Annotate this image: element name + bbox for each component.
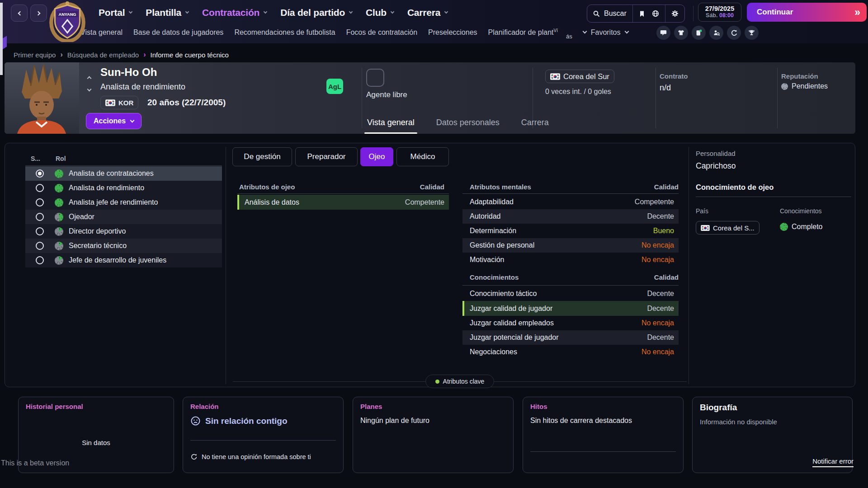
subnav-base-de-datos[interactable]: Base de datos de jugadores <box>133 28 223 37</box>
radio-icon[interactable] <box>36 198 44 206</box>
overview-panel: S... Rol Analista de contrataciones Anal… <box>5 143 855 387</box>
milestones-card: Hitos Sin hitos de carrera destacados <box>523 397 684 473</box>
attribute-row[interactable]: AutoridadDecente <box>462 209 679 224</box>
attribute-row[interactable]: AdaptabilidadCompetente <box>462 195 679 209</box>
role-row[interactable]: Analista de rendimiento <box>25 181 222 195</box>
attribute-row[interactable]: NegociacionesNo encaja <box>462 345 679 359</box>
key-attributes-legend: Atributos clave <box>425 375 494 388</box>
subnav-planificador[interactable]: Planificador de plantVí <box>488 28 558 37</box>
relationship-card: Relación Sin relación contigo No tiene u… <box>183 397 344 473</box>
divider <box>226 147 226 384</box>
forward-button[interactable] <box>30 5 47 22</box>
squad-button[interactable] <box>674 26 688 40</box>
shortcut-icons <box>633 5 665 22</box>
chevron-down-icon <box>129 10 132 14</box>
radio-icon[interactable] <box>36 184 44 192</box>
favorites-dropdown[interactable]: Favoritos <box>583 28 628 37</box>
divider <box>656 68 656 128</box>
category-preparador[interactable]: Preparador <box>295 147 358 166</box>
role-row[interactable]: Jefe de desarrollo de juveniles <box>25 253 222 267</box>
menu-portal[interactable]: Portal <box>99 7 132 18</box>
radio-icon[interactable] <box>36 213 44 221</box>
role-competence-pie-icon <box>55 227 63 236</box>
role-row[interactable]: Director deportivo <box>25 224 222 239</box>
radio-selected-icon[interactable] <box>36 169 44 178</box>
breadcrumb-busqueda[interactable]: Búsqueda de empleado <box>67 51 139 59</box>
radio-icon[interactable] <box>36 256 44 264</box>
search-button[interactable]: Buscar <box>587 5 633 22</box>
role-row[interactable]: Analista de contrataciones <box>25 166 222 181</box>
divider <box>362 68 362 128</box>
subnav-preselecciones[interactable]: Preselecciones <box>428 28 477 37</box>
category-medico[interactable]: Médico <box>396 147 449 166</box>
main-menu: Portal Plantilla Contratación Día del pa… <box>99 7 448 18</box>
radio-icon[interactable] <box>36 242 44 250</box>
category-de-gestion[interactable]: De gestión <box>232 147 292 166</box>
subnav-focos[interactable]: Focos de contratación <box>346 28 417 37</box>
scout-knowledge-header: Conocimiento de ojeo <box>696 183 774 192</box>
category-ojeo[interactable]: Ojeo <box>360 147 393 166</box>
messages-button[interactable] <box>656 26 670 40</box>
role-row[interactable]: Secretario técnico <box>25 239 222 253</box>
attribute-row[interactable]: MotivaciónNo encaja <box>462 253 679 267</box>
attribute-row[interactable]: Juzgar calidad de jugadorDecente <box>462 301 679 316</box>
divider <box>237 193 449 194</box>
card-title: Relación <box>190 403 336 410</box>
inbox-button[interactable] <box>692 26 706 40</box>
double-chevron-icon: » <box>854 6 859 19</box>
menu-contratacion[interactable]: Contratación <box>202 7 267 18</box>
plans-card: Planes Ningún plan de futuro <box>353 397 514 473</box>
card-title: Hitos <box>530 403 676 410</box>
club-badge[interactable]: ANYANG <box>46 0 89 42</box>
tab-datos-personales[interactable]: Datos personales <box>434 111 502 134</box>
free-agent-checkbox[interactable] <box>366 69 384 87</box>
back-button[interactable] <box>11 5 28 22</box>
chevron-down-icon <box>264 10 267 14</box>
tab-carrera[interactable]: Carrera <box>519 111 552 134</box>
subnav-mas-fragment: ás <box>566 33 572 40</box>
bookmark-button[interactable] <box>639 10 645 17</box>
menu-plantilla[interactable]: Plantilla <box>146 7 189 18</box>
attribute-row[interactable]: Gestión de personalNo encaja <box>462 238 679 253</box>
continue-button[interactable]: Continuar » <box>747 3 867 22</box>
staff-portrait <box>5 62 79 134</box>
menu-club[interactable]: Club <box>366 7 394 18</box>
competitions-button[interactable] <box>745 26 759 40</box>
divider <box>689 147 689 384</box>
chevron-down-icon <box>624 29 629 34</box>
sync-button[interactable] <box>727 26 741 40</box>
country-chip[interactable]: Corea del S... <box>696 221 760 235</box>
date-display[interactable]: 27/9/2025 Sáb. 08:00 <box>698 3 741 22</box>
attribute-row[interactable]: DeterminaciónBueno <box>462 224 679 238</box>
card-title: Planes <box>360 403 506 410</box>
role-competence-pie-icon <box>55 198 63 207</box>
world-button[interactable] <box>652 10 659 17</box>
menu-carrera[interactable]: Carrera <box>407 7 448 18</box>
previous-person-button[interactable] <box>84 73 94 81</box>
subnav-recomendaciones[interactable]: Recomendaciones de futbolista <box>234 28 335 37</box>
empty-state: Información no disponible <box>700 418 845 426</box>
attribute-row[interactable]: Análisis de datos Competente <box>237 195 449 210</box>
attribute-row[interactable]: Juzgar calidad empleadosNo encaja <box>462 316 679 330</box>
breadcrumb-separator: › <box>143 51 146 59</box>
nation-chip[interactable]: Corea del Sur <box>545 70 614 83</box>
beta-ribbon <box>0 3 3 75</box>
scouting-button[interactable] <box>709 26 723 40</box>
settings-button[interactable] <box>665 5 684 22</box>
radio-icon[interactable] <box>36 227 44 235</box>
attribute-row[interactable]: Conocimiento tácticoDecente <box>462 286 679 301</box>
report-error-link[interactable]: Notificar error <box>812 457 854 467</box>
role-row[interactable]: Analista jefe de rendimiento <box>25 195 222 210</box>
tab-vista-general[interactable]: Vista general <box>364 111 417 134</box>
bookmark-icon <box>639 10 645 17</box>
next-person-button[interactable] <box>84 86 94 94</box>
search-icon <box>593 10 600 17</box>
menu-dia-del-partido[interactable]: Día del partido <box>280 7 352 18</box>
reputation-value: Pendientes <box>781 82 828 90</box>
actions-button[interactable]: Acciones <box>86 113 142 129</box>
attribute-row[interactable]: Juzgar potencial de jugadorDecente <box>462 330 679 345</box>
empty-state: Ningún plan de futuro <box>360 417 506 425</box>
role-row[interactable]: Ojeador <box>25 210 222 224</box>
breadcrumb-primer-equipo[interactable]: Primer equipo <box>14 51 56 59</box>
nationality-chip[interactable]: KOR <box>100 96 138 109</box>
